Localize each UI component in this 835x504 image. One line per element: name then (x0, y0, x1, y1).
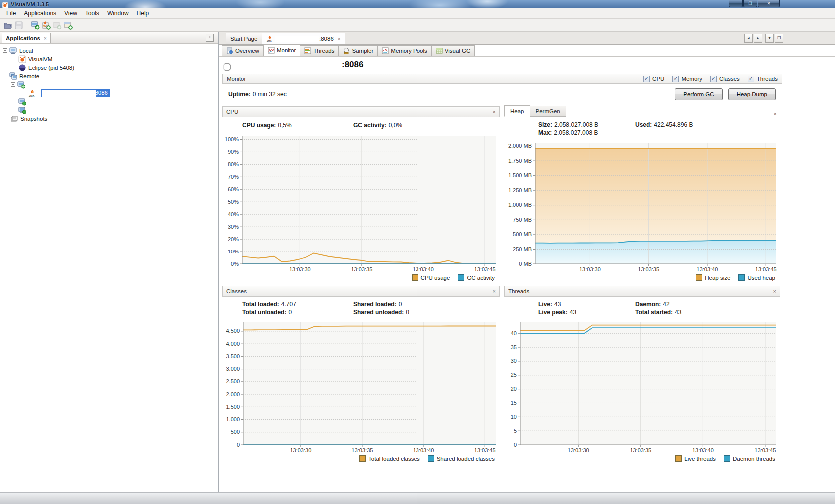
tab-jmx-8086[interactable]: JMX :8086 × (262, 33, 345, 44)
cpu-chart: 0%10%20%30%40%50%60%70%80%90%100%13:03:3… (222, 133, 500, 273)
heap-dump-button[interactable]: Heap Dump (728, 88, 776, 100)
tree-node-local[interactable]: − Local (0, 46, 218, 55)
tree-label-visualvm: VisualVM (28, 56, 52, 62)
menu-applications[interactable]: Applications (20, 9, 60, 18)
svg-text:13:03:35: 13:03:35 (351, 266, 372, 272)
applications-tab-close-icon[interactable]: × (44, 36, 47, 41)
add-jmx-connection-button[interactable]: JMX (41, 20, 52, 31)
tree-node-visualvm[interactable]: VisualVM (0, 55, 218, 63)
monitor-view: :8086 Monitor CPU Memory Classes Threads… (219, 57, 835, 493)
classes-panel-close-icon[interactable]: × (493, 288, 496, 294)
tree-node-remote[interactable]: − Remote (0, 72, 218, 80)
add-remote-host-button[interactable] (30, 20, 41, 31)
svg-text:JMX: JMX (29, 94, 35, 97)
svg-text:13:03:40: 13:03:40 (413, 447, 434, 453)
tab-heap[interactable]: Heap (504, 105, 530, 117)
checkbox-checked-icon (672, 76, 679, 82)
expander-icon[interactable]: − (3, 48, 7, 53)
gc-activity-swatch (458, 274, 464, 281)
main-area: Start Page × JMX :8086 × ◂ ▸ ▾ ❐ i Ove (219, 32, 835, 492)
metric-checkboxes: CPU Memory Classes Threads (643, 76, 778, 82)
perform-gc-button[interactable]: Perform GC (675, 88, 722, 100)
svg-text:30: 30 (511, 358, 517, 364)
cpu-checkbox[interactable]: CPU (643, 76, 664, 82)
host-icon (18, 98, 26, 106)
svg-text:70%: 70% (228, 174, 239, 180)
save-button[interactable] (13, 20, 24, 31)
svg-text:30%: 30% (228, 224, 239, 230)
memory-checkbox[interactable]: Memory (672, 76, 702, 82)
tab-sampler[interactable]: Sampler (338, 45, 378, 56)
tree-node-eclipse[interactable]: Eclipse (pid 5408) (0, 63, 218, 72)
svg-text:1.000 MB: 1.000 MB (508, 202, 532, 208)
classes-panel-header: Classes × (222, 286, 500, 297)
cpu-panel-title: CPU (226, 109, 238, 115)
svg-text:1.750 MB: 1.750 MB (508, 158, 532, 164)
monitor-chart-icon (268, 47, 275, 54)
svg-text:25: 25 (511, 372, 517, 378)
menu-tools[interactable]: Tools (81, 9, 103, 18)
threads-panel-title: Threads (508, 288, 529, 294)
menu-help[interactable]: Help (133, 9, 153, 18)
uptime-label: Uptime: (228, 91, 251, 98)
maximize-button[interactable]: ❐ (743, 0, 757, 7)
chart-panels: CPU × CPU usage:0,5% GC activity:0,0% 0%… (222, 106, 780, 463)
menu-view[interactable]: View (60, 9, 81, 18)
cpu-panel-close-icon[interactable]: × (493, 109, 496, 115)
overview-icon: i (226, 47, 233, 54)
classes-chart: 05001.0001.5002.0002.5003.0003.5004.0004… (222, 319, 500, 454)
scroll-tabs-right-button[interactable]: ▸ (754, 34, 762, 43)
cpu-usage-value: 0,5% (278, 122, 291, 129)
minimize-button[interactable]: – (729, 0, 743, 7)
svg-text:1.500 MB: 1.500 MB (508, 172, 532, 178)
threads-chart: 051015202530354013:03:3013:03:3513:03:40… (504, 319, 780, 454)
menu-window[interactable]: Window (103, 9, 133, 18)
tree-node-remote-host-2[interactable] (0, 97, 218, 106)
tree-node-jmx-8086[interactable]: JMX 8086 (0, 89, 218, 97)
threads-checkbox[interactable]: Threads (748, 76, 778, 82)
add-vm-coredump-button[interactable] (63, 20, 74, 31)
cpu-panel: CPU × CPU usage:0,5% GC activity:0,0% 0%… (222, 106, 500, 282)
tab-visual-gc[interactable]: Visual GC (431, 45, 475, 56)
redacted-hostname (275, 36, 319, 42)
svg-text:20%: 20% (228, 236, 239, 242)
tab-memory-pools[interactable]: Memory Pools (377, 45, 432, 56)
monitor-section-label: Monitor (227, 76, 246, 82)
tree-node-remote-host-3[interactable] (0, 106, 218, 114)
scroll-tabs-left-button[interactable]: ◂ (744, 34, 753, 43)
live-peak-value: 43 (570, 309, 576, 316)
minimize-panel-button[interactable]: ▫ (206, 34, 214, 42)
window-title: VisualVM 1.3.5 (11, 1, 49, 7)
heap-panel-header: Heap PermGen × (504, 106, 780, 117)
used-heap-swatch (738, 274, 745, 281)
load-snapshot-button[interactable] (2, 20, 13, 31)
heap-max-value: 2.058.027.008 B (554, 129, 598, 136)
svg-text:1.500: 1.500 (226, 404, 240, 410)
tree-node-snapshots[interactable]: Snapshots (0, 114, 218, 123)
maximize-tab-button[interactable]: ❐ (775, 34, 783, 43)
expander-icon[interactable]: − (3, 74, 7, 78)
tree-label-eclipse: Eclipse (pid 5408) (28, 65, 74, 71)
tab-threads[interactable]: Threads (300, 45, 339, 56)
tab-overview[interactable]: i Overview (222, 45, 264, 56)
tree-node-remote-host[interactable]: − (0, 80, 218, 89)
tab-list-dropdown-button[interactable]: ▾ (765, 34, 774, 43)
take-snapshot-button[interactable] (52, 20, 63, 31)
svg-text:10%: 10% (228, 249, 239, 254)
svg-text:500 MB: 500 MB (513, 231, 532, 237)
menu-file[interactable]: File (2, 9, 20, 18)
expander-icon[interactable]: − (11, 82, 15, 87)
tab-permgen[interactable]: PermGen (530, 106, 566, 117)
threads-legend: Live threads Daemon threads (504, 454, 780, 463)
monitor-section-bar: Monitor CPU Memory Classes Threads (222, 74, 782, 84)
tree-selected-row[interactable]: 8086 (41, 89, 110, 97)
classes-checkbox[interactable]: Classes (710, 76, 740, 82)
svg-text:90%: 90% (228, 149, 239, 155)
threads-panel-close-icon[interactable]: × (773, 288, 776, 294)
tab-monitor[interactable]: Monitor (263, 44, 300, 56)
memory-pools-icon (382, 47, 389, 54)
tab-applications[interactable]: Applications × (2, 33, 51, 43)
jmx-tab-close-icon[interactable]: × (338, 36, 341, 42)
close-button[interactable]: ✕ (758, 0, 780, 7)
heap-panel-close-icon[interactable]: × (770, 111, 780, 117)
